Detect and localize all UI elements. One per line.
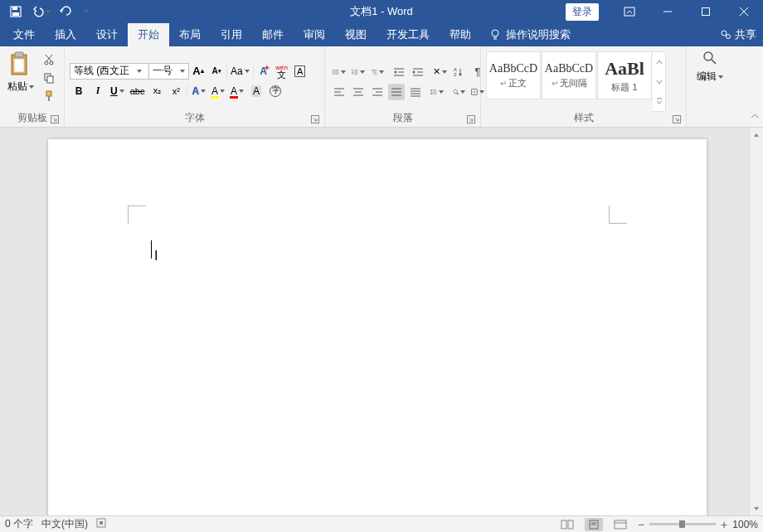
clear-formatting-button[interactable]: A✦ [255, 63, 272, 80]
tab-layout[interactable]: 布局 [169, 23, 211, 46]
cut-button[interactable] [40, 51, 58, 68]
word-count[interactable]: 0 个字 [5, 517, 33, 531]
close-button[interactable] [725, 0, 763, 23]
zoom-percent[interactable]: 100% [732, 519, 758, 530]
character-shading-button[interactable]: A [248, 83, 265, 99]
align-left-button[interactable] [331, 84, 347, 100]
outdent-icon [393, 67, 405, 77]
tab-help[interactable]: 帮助 [440, 23, 481, 46]
view-print-layout[interactable] [585, 518, 603, 531]
save-button[interactable] [5, 1, 27, 22]
tab-home[interactable]: 开始 [128, 23, 169, 46]
border-icon [471, 87, 478, 97]
tab-insert[interactable]: 插入 [45, 23, 86, 46]
highlight-button[interactable]: A [210, 83, 226, 99]
character-border-button[interactable]: A [292, 63, 309, 80]
paste-button[interactable]: 粘贴 [5, 50, 36, 112]
distributed-button[interactable] [407, 84, 424, 100]
font-color-button[interactable]: A [229, 83, 245, 99]
redo-button[interactable] [55, 1, 76, 22]
zoom-out-button[interactable]: − [638, 518, 644, 531]
numbering-button[interactable]: 123 [350, 64, 367, 80]
tab-file[interactable]: 文件 [3, 23, 45, 46]
svg-rect-2 [12, 12, 19, 16]
font-name-combo[interactable]: 等线 (西文正 [70, 63, 149, 80]
tab-references[interactable]: 引用 [211, 23, 252, 46]
align-justify-button[interactable] [388, 84, 405, 100]
styles-launcher[interactable] [673, 115, 682, 124]
underline-button[interactable]: U [109, 83, 126, 99]
vertical-scrollbar[interactable] [749, 128, 763, 515]
align-center-button[interactable] [350, 84, 367, 100]
style-normal[interactable]: AaBbCcD ↵正文 [486, 51, 541, 99]
app-name: Word [387, 5, 413, 17]
zoom-in-button[interactable]: + [721, 518, 727, 531]
enclose-characters-button[interactable]: 字 [267, 83, 284, 99]
style-heading1[interactable]: AaBl 标题 1 [597, 51, 652, 99]
macro-status[interactable] [96, 518, 106, 530]
bold-button[interactable]: B [70, 83, 87, 99]
group-clipboard: 粘贴 剪贴板 [0, 46, 65, 127]
superscript-button[interactable]: x² [168, 83, 184, 99]
styles-expand[interactable] [653, 91, 665, 111]
strikethrough-button[interactable]: abc [129, 83, 147, 99]
subscript-button[interactable]: x₂ [148, 83, 165, 99]
tab-review[interactable]: 审阅 [294, 23, 335, 46]
phonetic-guide-button[interactable]: wén文 [274, 63, 290, 80]
maximize-button[interactable] [687, 0, 725, 23]
decrease-indent-button[interactable] [391, 64, 407, 80]
status-bar: 0 个字 中文(中国) − + 100% [0, 515, 763, 532]
increase-indent-button[interactable] [410, 64, 426, 80]
tab-mailings[interactable]: 邮件 [252, 23, 294, 46]
shading-button[interactable] [450, 84, 467, 100]
styles-scroll-up[interactable] [653, 52, 665, 72]
zoom-thumb[interactable] [679, 520, 685, 528]
view-read-mode[interactable] [558, 518, 576, 531]
tell-me-search[interactable]: 操作说明搜索 [481, 23, 579, 46]
scroll-down-button[interactable] [750, 501, 763, 515]
tab-view[interactable]: 视图 [335, 23, 377, 46]
title-bar: 文档1 - Word 登录 [0, 0, 763, 23]
page[interactable]: I [48, 139, 707, 515]
view-web-layout[interactable] [611, 518, 629, 531]
collapse-ribbon-button[interactable] [750, 111, 760, 123]
share-button[interactable]: 共享 [720, 23, 756, 46]
paragraph-launcher[interactable] [467, 115, 476, 124]
change-case-button[interactable]: Aa [229, 63, 251, 80]
svg-rect-85 [615, 520, 626, 529]
tab-developer[interactable]: 开发工具 [377, 23, 440, 46]
minimize-button[interactable] [649, 0, 687, 23]
scroll-up-button[interactable] [750, 128, 763, 142]
language-status[interactable]: 中文(中国) [41, 517, 88, 531]
align-right-button[interactable] [369, 84, 386, 100]
font-launcher[interactable] [311, 115, 320, 124]
sign-in-button[interactable]: 登录 [566, 3, 599, 21]
grow-font-button[interactable]: A▴ [190, 63, 207, 80]
font-size-combo[interactable]: 一号 [149, 63, 189, 80]
ribbon-display-options-button[interactable] [610, 0, 649, 23]
editing-button[interactable]: 编辑 [692, 50, 728, 112]
svg-rect-5 [702, 8, 710, 16]
paste-dropdown-icon[interactable] [29, 85, 34, 89]
styles-gallery[interactable]: AaBbCcD ↵正文 AaBbCcD ↵无间隔 AaBl 标题 1 [486, 51, 666, 112]
clipboard-launcher[interactable] [51, 115, 60, 124]
text-effects-button[interactable]: A [190, 83, 207, 99]
bullets-button[interactable] [331, 64, 347, 80]
undo-dropdown-icon[interactable] [46, 10, 51, 13]
styles-scroll-down[interactable] [653, 72, 665, 92]
paste-icon [9, 51, 32, 78]
copy-button[interactable] [40, 70, 58, 86]
italic-button[interactable]: I [90, 83, 106, 99]
undo-button[interactable] [30, 1, 51, 22]
zoom-slider[interactable] [649, 523, 716, 525]
format-painter-button[interactable] [40, 88, 58, 104]
svg-point-76 [704, 52, 712, 60]
tab-design[interactable]: 设计 [86, 23, 128, 46]
qat-customize-button[interactable] [80, 1, 91, 22]
sort-button[interactable]: AZ [450, 64, 467, 80]
asian-layout-button[interactable]: ✕ [431, 64, 448, 80]
shrink-font-button[interactable]: A▾ [208, 63, 225, 80]
style-no-spacing[interactable]: AaBbCcD ↵无间隔 [542, 51, 596, 99]
multilevel-list-button[interactable] [369, 64, 386, 80]
line-spacing-button[interactable] [429, 84, 445, 100]
